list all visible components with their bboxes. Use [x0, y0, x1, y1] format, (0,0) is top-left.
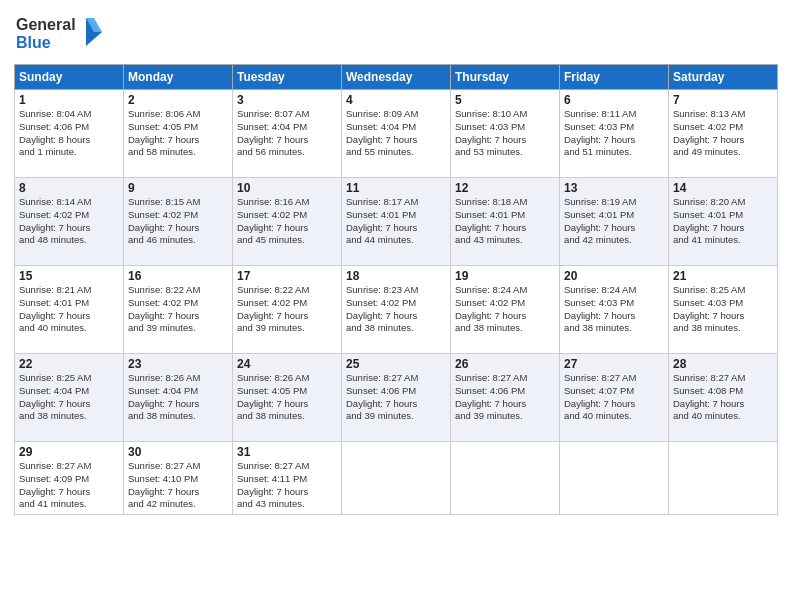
logo: General Blue — [14, 10, 104, 58]
calendar-cell: 1Sunrise: 8:04 AM Sunset: 4:06 PM Daylig… — [15, 90, 124, 178]
day-number: 7 — [673, 93, 773, 107]
day-info: Sunrise: 8:26 AM Sunset: 4:04 PM Dayligh… — [128, 372, 228, 423]
weekday-header: Wednesday — [342, 65, 451, 90]
calendar-cell: 5Sunrise: 8:10 AM Sunset: 4:03 PM Daylig… — [451, 90, 560, 178]
day-info: Sunrise: 8:14 AM Sunset: 4:02 PM Dayligh… — [19, 196, 119, 247]
calendar-cell: 22Sunrise: 8:25 AM Sunset: 4:04 PM Dayli… — [15, 354, 124, 442]
day-number: 11 — [346, 181, 446, 195]
calendar-cell: 30Sunrise: 8:27 AM Sunset: 4:10 PM Dayli… — [124, 442, 233, 515]
calendar-cell: 13Sunrise: 8:19 AM Sunset: 4:01 PM Dayli… — [560, 178, 669, 266]
weekday-header: Friday — [560, 65, 669, 90]
day-number: 6 — [564, 93, 664, 107]
day-number: 31 — [237, 445, 337, 459]
day-info: Sunrise: 8:25 AM Sunset: 4:03 PM Dayligh… — [673, 284, 773, 335]
day-number: 25 — [346, 357, 446, 371]
calendar-week-row: 15Sunrise: 8:21 AM Sunset: 4:01 PM Dayli… — [15, 266, 778, 354]
day-info: Sunrise: 8:11 AM Sunset: 4:03 PM Dayligh… — [564, 108, 664, 159]
weekday-header: Tuesday — [233, 65, 342, 90]
day-info: Sunrise: 8:19 AM Sunset: 4:01 PM Dayligh… — [564, 196, 664, 247]
calendar-cell: 12Sunrise: 8:18 AM Sunset: 4:01 PM Dayli… — [451, 178, 560, 266]
weekday-header: Thursday — [451, 65, 560, 90]
calendar-table: SundayMondayTuesdayWednesdayThursdayFrid… — [14, 64, 778, 515]
day-info: Sunrise: 8:18 AM Sunset: 4:01 PM Dayligh… — [455, 196, 555, 247]
day-number: 14 — [673, 181, 773, 195]
day-info: Sunrise: 8:06 AM Sunset: 4:05 PM Dayligh… — [128, 108, 228, 159]
day-number: 18 — [346, 269, 446, 283]
calendar-week-row: 22Sunrise: 8:25 AM Sunset: 4:04 PM Dayli… — [15, 354, 778, 442]
day-number: 17 — [237, 269, 337, 283]
day-number: 13 — [564, 181, 664, 195]
day-number: 19 — [455, 269, 555, 283]
calendar-cell: 29Sunrise: 8:27 AM Sunset: 4:09 PM Dayli… — [15, 442, 124, 515]
day-number: 24 — [237, 357, 337, 371]
day-info: Sunrise: 8:09 AM Sunset: 4:04 PM Dayligh… — [346, 108, 446, 159]
calendar-body: 1Sunrise: 8:04 AM Sunset: 4:06 PM Daylig… — [15, 90, 778, 515]
calendar-cell — [451, 442, 560, 515]
calendar-cell: 9Sunrise: 8:15 AM Sunset: 4:02 PM Daylig… — [124, 178, 233, 266]
day-info: Sunrise: 8:22 AM Sunset: 4:02 PM Dayligh… — [128, 284, 228, 335]
calendar-cell — [560, 442, 669, 515]
day-number: 16 — [128, 269, 228, 283]
day-number: 23 — [128, 357, 228, 371]
page: General Blue SundayMondayTuesdayWednesda… — [0, 0, 792, 612]
calendar-week-row: 1Sunrise: 8:04 AM Sunset: 4:06 PM Daylig… — [15, 90, 778, 178]
weekday-header: Sunday — [15, 65, 124, 90]
day-number: 21 — [673, 269, 773, 283]
day-info: Sunrise: 8:27 AM Sunset: 4:06 PM Dayligh… — [346, 372, 446, 423]
day-number: 20 — [564, 269, 664, 283]
calendar-cell: 8Sunrise: 8:14 AM Sunset: 4:02 PM Daylig… — [15, 178, 124, 266]
day-number: 3 — [237, 93, 337, 107]
calendar-cell: 20Sunrise: 8:24 AM Sunset: 4:03 PM Dayli… — [560, 266, 669, 354]
svg-text:General: General — [16, 16, 76, 33]
day-number: 30 — [128, 445, 228, 459]
calendar-cell: 27Sunrise: 8:27 AM Sunset: 4:07 PM Dayli… — [560, 354, 669, 442]
calendar-cell: 7Sunrise: 8:13 AM Sunset: 4:02 PM Daylig… — [669, 90, 778, 178]
day-number: 29 — [19, 445, 119, 459]
day-info: Sunrise: 8:15 AM Sunset: 4:02 PM Dayligh… — [128, 196, 228, 247]
calendar-cell: 16Sunrise: 8:22 AM Sunset: 4:02 PM Dayli… — [124, 266, 233, 354]
day-number: 26 — [455, 357, 555, 371]
calendar-cell: 23Sunrise: 8:26 AM Sunset: 4:04 PM Dayli… — [124, 354, 233, 442]
day-info: Sunrise: 8:17 AM Sunset: 4:01 PM Dayligh… — [346, 196, 446, 247]
day-number: 10 — [237, 181, 337, 195]
calendar-cell: 2Sunrise: 8:06 AM Sunset: 4:05 PM Daylig… — [124, 90, 233, 178]
weekday-header: Monday — [124, 65, 233, 90]
calendar-cell: 25Sunrise: 8:27 AM Sunset: 4:06 PM Dayli… — [342, 354, 451, 442]
calendar-cell: 28Sunrise: 8:27 AM Sunset: 4:08 PM Dayli… — [669, 354, 778, 442]
day-number: 27 — [564, 357, 664, 371]
calendar-cell: 18Sunrise: 8:23 AM Sunset: 4:02 PM Dayli… — [342, 266, 451, 354]
day-number: 12 — [455, 181, 555, 195]
calendar-cell: 4Sunrise: 8:09 AM Sunset: 4:04 PM Daylig… — [342, 90, 451, 178]
calendar-cell: 31Sunrise: 8:27 AM Sunset: 4:11 PM Dayli… — [233, 442, 342, 515]
calendar-cell: 14Sunrise: 8:20 AM Sunset: 4:01 PM Dayli… — [669, 178, 778, 266]
day-info: Sunrise: 8:27 AM Sunset: 4:08 PM Dayligh… — [673, 372, 773, 423]
calendar-cell: 21Sunrise: 8:25 AM Sunset: 4:03 PM Dayli… — [669, 266, 778, 354]
calendar-cell: 24Sunrise: 8:26 AM Sunset: 4:05 PM Dayli… — [233, 354, 342, 442]
day-info: Sunrise: 8:27 AM Sunset: 4:10 PM Dayligh… — [128, 460, 228, 511]
calendar-cell: 3Sunrise: 8:07 AM Sunset: 4:04 PM Daylig… — [233, 90, 342, 178]
calendar-header-row: SundayMondayTuesdayWednesdayThursdayFrid… — [15, 65, 778, 90]
calendar-cell: 17Sunrise: 8:22 AM Sunset: 4:02 PM Dayli… — [233, 266, 342, 354]
calendar-cell — [669, 442, 778, 515]
day-number: 2 — [128, 93, 228, 107]
calendar-cell: 15Sunrise: 8:21 AM Sunset: 4:01 PM Dayli… — [15, 266, 124, 354]
day-info: Sunrise: 8:23 AM Sunset: 4:02 PM Dayligh… — [346, 284, 446, 335]
day-info: Sunrise: 8:22 AM Sunset: 4:02 PM Dayligh… — [237, 284, 337, 335]
day-number: 22 — [19, 357, 119, 371]
day-info: Sunrise: 8:27 AM Sunset: 4:07 PM Dayligh… — [564, 372, 664, 423]
calendar-cell: 19Sunrise: 8:24 AM Sunset: 4:02 PM Dayli… — [451, 266, 560, 354]
day-info: Sunrise: 8:27 AM Sunset: 4:11 PM Dayligh… — [237, 460, 337, 511]
day-number: 5 — [455, 93, 555, 107]
day-number: 8 — [19, 181, 119, 195]
day-info: Sunrise: 8:16 AM Sunset: 4:02 PM Dayligh… — [237, 196, 337, 247]
day-info: Sunrise: 8:27 AM Sunset: 4:06 PM Dayligh… — [455, 372, 555, 423]
calendar-cell — [342, 442, 451, 515]
svg-text:Blue: Blue — [16, 34, 51, 51]
calendar-cell: 26Sunrise: 8:27 AM Sunset: 4:06 PM Dayli… — [451, 354, 560, 442]
day-info: Sunrise: 8:10 AM Sunset: 4:03 PM Dayligh… — [455, 108, 555, 159]
calendar-cell: 6Sunrise: 8:11 AM Sunset: 4:03 PM Daylig… — [560, 90, 669, 178]
calendar-cell: 11Sunrise: 8:17 AM Sunset: 4:01 PM Dayli… — [342, 178, 451, 266]
day-info: Sunrise: 8:24 AM Sunset: 4:02 PM Dayligh… — [455, 284, 555, 335]
day-number: 1 — [19, 93, 119, 107]
weekday-header: Saturday — [669, 65, 778, 90]
